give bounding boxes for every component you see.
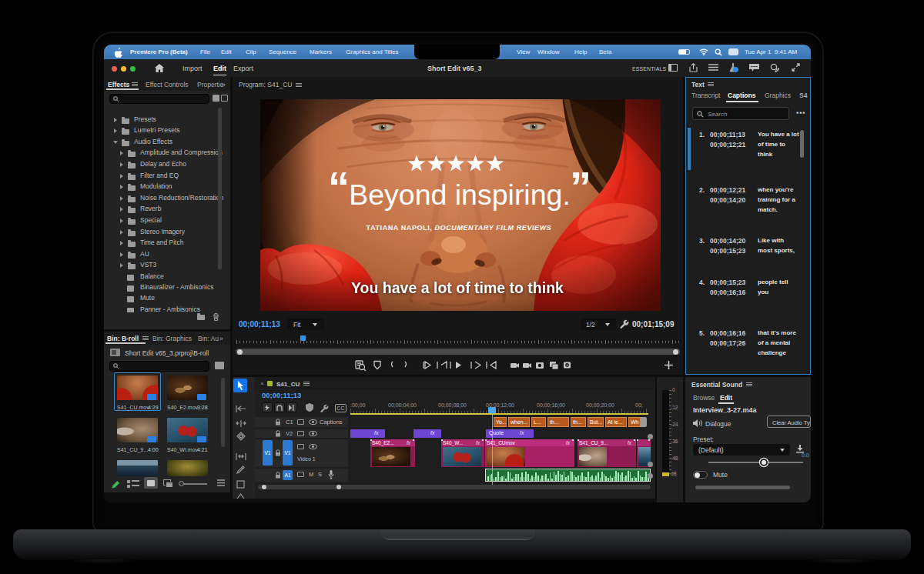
svg-text:“: “ <box>328 162 350 211</box>
svg-text:TATIANA NAPOLI, DOCUMENTARY FI: TATIANA NAPOLI, DOCUMENTARY FILM REVIEWS <box>367 224 552 232</box>
svg-text:Beyond inspiring.: Beyond inspiring. <box>349 179 571 211</box>
svg-text:”: ” <box>570 162 591 211</box>
svg-text:You have a lot of time to thin: You have a lot of time to think <box>351 279 564 296</box>
